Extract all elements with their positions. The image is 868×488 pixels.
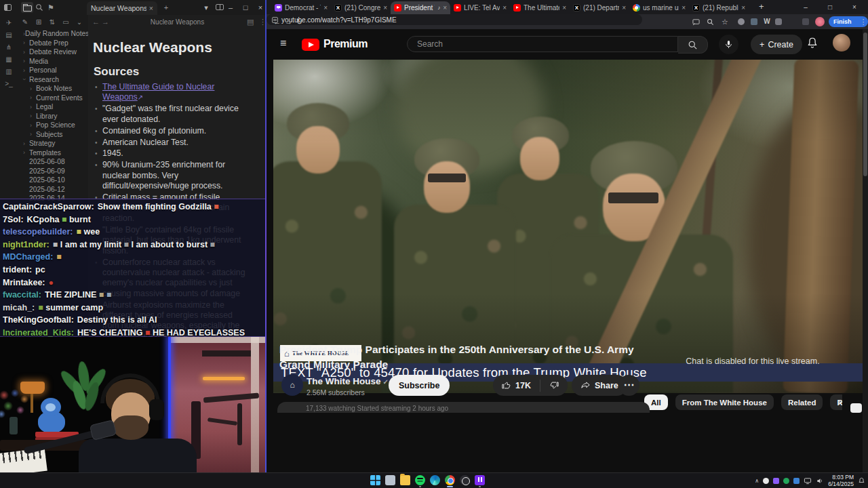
tree-item[interactable]: 2025-06-09 [18,167,88,176]
ribbon-icon[interactable]: ▥ [0,68,18,76]
subscribe-button[interactable]: Subscribe [389,375,450,396]
browser-tab[interactable]: (21) Congressman Eug ♪ × [331,1,391,14]
tab-close-icon[interactable]: × [622,4,626,12]
address-bar[interactable]: youtube.com/watch?v=LTH9p7GISME [267,14,642,25]
ribbon-icon[interactable]: ✈ [0,19,18,27]
more-actions-button[interactable]: ⋯ [618,375,639,396]
browser-tab[interactable]: Democrat - Twitch ♪ × [271,1,331,14]
create-button[interactable]: + Create [751,35,802,54]
tab-list-dropdown-icon[interactable]: ▾ [199,0,213,15]
window-minimize-button[interactable]: – [795,0,816,14]
tree-item[interactable]: 2025-06-10 [18,176,88,185]
ribbon-icon[interactable]: >_ [0,80,18,88]
extension-icon-4[interactable] [802,18,809,25]
scroll-button[interactable] [850,403,862,413]
tab-close-icon[interactable]: × [741,4,745,12]
description-box[interactable]: 17,133 watching Started streaming 2 hour… [277,402,650,413]
tree-item[interactable]: 2025-06-12 [18,185,88,195]
file-explorer-icon[interactable] [400,475,410,485]
tree-toolbar-icon[interactable]: ⊞ [34,16,43,28]
reload-icon[interactable]: ↻ [296,14,302,29]
tree-item[interactable]: Strategy [18,139,88,148]
browser-tab[interactable]: The Ultimate Guide to ♪ × [510,1,570,14]
new-tab-icon[interactable]: + [160,0,172,15]
files-icon[interactable] [21,2,33,13]
toggle-sidebar-icon[interactable] [4,4,12,11]
tab-close-icon[interactable]: × [562,4,566,12]
tray-icon-3[interactable] [783,478,789,484]
ribbon-icon[interactable]: ▤ [0,31,18,39]
tree-item[interactable]: Debate Prep [18,39,88,48]
tree-toolbar-icon[interactable]: ▭ [61,16,71,28]
minimize-button[interactable]: – [224,0,237,15]
thumb-down-icon[interactable] [549,380,559,390]
reading-view-icon[interactable]: ▤ [247,18,254,26]
tray-expand-icon[interactable]: ∧ [755,478,759,484]
chrome-icon[interactable] [445,475,455,485]
tree-item[interactable]: Media [18,57,88,66]
cast-icon[interactable] [692,18,700,26]
browser-tab[interactable]: (21) Republicans agai ♪ × [689,1,749,14]
tree-item[interactable]: Pop Science [18,121,88,130]
extension-icon-3[interactable]: W [762,14,772,29]
search-box[interactable] [407,36,678,52]
browser-menu-icon[interactable]: ⋮ [858,14,868,29]
obs-icon[interactable] [460,475,470,485]
tree-item[interactable]: Debate Review [18,47,88,57]
search-tabs-icon[interactable] [707,18,714,26]
tab-close-icon[interactable]: × [443,4,447,12]
tree-item[interactable]: Current Events [18,94,88,103]
external-link[interactable]: The Ultimate Guide to Nuclear Weapons [102,82,214,102]
tree-toolbar-icon[interactable]: ✎ [20,16,30,28]
tab-close-icon[interactable]: × [502,4,507,12]
extensions-puzzle-icon[interactable] [775,18,782,25]
spotify-icon[interactable] [415,475,425,485]
bookmark-star-icon[interactable]: ☆ [719,14,730,29]
start-button[interactable] [370,475,380,485]
notification-bell-icon[interactable] [858,477,865,485]
taskbar-clock[interactable]: 8:03 PM 6/14/2025 [828,474,854,487]
page-scrollbar[interactable] [863,29,868,472]
monitor-icon[interactable] [804,477,812,485]
filter-chip[interactable]: From The White House [675,394,774,410]
tree-toolbar-icon[interactable]: ⌄ [75,16,84,28]
tree-item[interactable]: Library [18,112,88,121]
notifications-button[interactable] [806,37,818,52]
extension-icon-2[interactable] [751,18,757,25]
tab-close-icon[interactable]: × [383,4,387,12]
tab-close-icon[interactable]: × [323,4,328,12]
window-close-button[interactable]: × [844,0,865,14]
chips-scroll-arrow-icon[interactable]: › [838,396,842,407]
youtube-premium-wordmark[interactable]: Premium [323,38,368,50]
tree-item[interactable]: Daily Random Notes [18,29,88,39]
site-info-icon[interactable] [272,17,278,23]
split-window-icon[interactable] [216,4,224,10]
tree-item[interactable]: 2025-06-08 [18,157,88,167]
tree-item[interactable]: Research [18,75,88,85]
twitch-studio-icon[interactable] [475,475,485,485]
tree-item[interactable]: Personal [18,66,88,75]
thumb-up-icon[interactable] [501,380,511,390]
volume-icon[interactable] [816,477,824,485]
edge-icon[interactable] [430,475,440,485]
tree-toolbar-icon[interactable]: ⇅ [47,16,57,28]
tree-item[interactable]: Legal [18,102,88,112]
forward-icon[interactable]: → [285,14,292,29]
browser-tab[interactable]: (21) Department of D ♪ × [570,1,629,14]
tree-item[interactable]: Book Notes [18,84,88,94]
tray-icon-1[interactable] [763,478,769,484]
search-button[interactable] [678,36,708,54]
voice-search-button[interactable] [719,35,738,54]
maximize-button[interactable]: □ [239,0,252,15]
search-input[interactable] [416,39,669,49]
obsidian-tab[interactable]: Nuclear Weapons × [87,1,157,15]
browser-tab[interactable]: President Trump Pa ♪ × [391,1,450,14]
youtube-logo-icon[interactable] [302,39,319,51]
search-icon[interactable] [35,3,43,12]
tree-item[interactable]: Subjects [18,130,88,140]
tab-close-icon[interactable]: × [682,4,686,12]
channel-avatar[interactable]: ⌂ [281,374,303,396]
extension-icon-1[interactable] [738,18,745,25]
like-count[interactable]: 17K [515,381,531,390]
task-view-icon[interactable] [385,475,395,485]
